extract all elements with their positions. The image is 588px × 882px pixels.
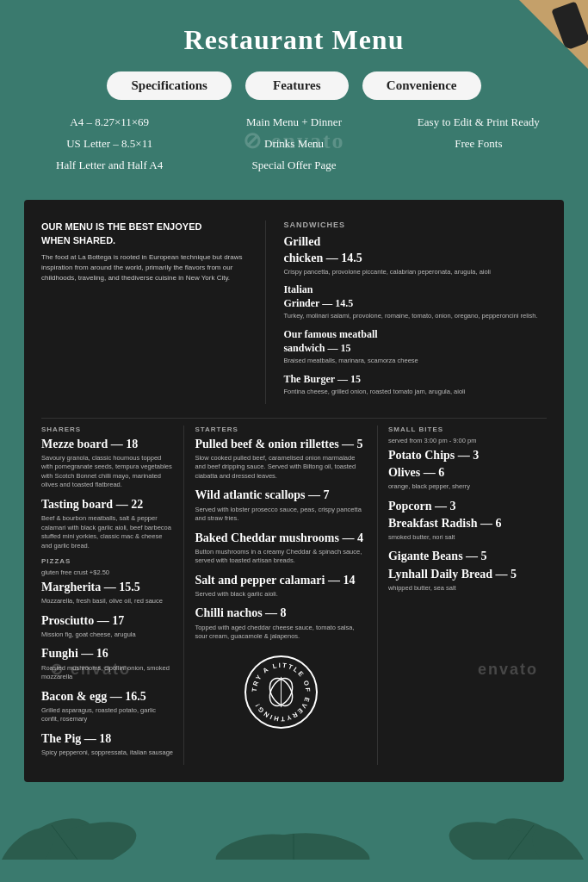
starters-item-2-title: Wild atlantic scallops — 7	[195, 488, 366, 503]
pizzas-label: PIZZAS	[41, 557, 173, 565]
pills-row: Specifications Features Convenience	[0, 71, 588, 100]
menu-card: OUR MENU IS THE BEST ENJOYEDWHEN SHARED.…	[24, 200, 564, 781]
starters-item-4-desc: Served with black garlic aioli.	[195, 590, 366, 599]
spec-2-line3: Special Offer Page	[252, 157, 337, 175]
small-bites-item-6-title: Lynhall Daily Bread — 5	[388, 567, 547, 582]
pizza-item-3-title: Funghi — 16	[41, 646, 173, 662]
sandwich-item-1-title: Grilledchicken — 14.5	[283, 234, 547, 265]
sandwich-item-2-title: ItalianGrinder — 14.5	[283, 283, 547, 310]
sandwich-item-3-title: Our famous meatballsandwich — 15	[283, 328, 547, 355]
spec-2-line1: Main Menu + Dinner	[246, 114, 342, 132]
specs-row: A4 – 8.27×11×69 US Letter – 8.5×11 Half …	[0, 114, 588, 191]
pizza-item-3-desc: Roasted mushrooms, cipollini onion, smok…	[41, 664, 173, 682]
starters-item-4-title: Salt and pepper calamari — 14	[195, 573, 366, 588]
menu-divider-1	[41, 418, 547, 419]
starters-item-5-title: Chilli nachos — 8	[195, 606, 366, 621]
pizza-item-1-title: Margherita — 15.5	[41, 580, 173, 595]
starters-label: STARTERS	[195, 425, 366, 433]
starters-item-3-desc: Button mushrooms in a creamy Cheddar & s…	[195, 548, 366, 566]
menu-header-left: OUR MENU IS THE BEST ENJOYEDWHEN SHARED.…	[41, 220, 251, 403]
menu-header-sandwiches-preview: SANDWICHES Grilledchicken — 14.5 Crispy …	[265, 220, 547, 403]
small-bites-note: served from 3:00 pm - 9:00 pm	[388, 437, 547, 444]
pizza-item-4-title: Bacon & egg — 16.5	[41, 689, 173, 705]
starters-item-1-title: Pulled beef & onion rillettes — 5	[195, 437, 366, 452]
pizza-item-4-desc: Grilled asparagus, roasted potato, garli…	[41, 706, 173, 724]
small-bites-item-1-title: Potato Chips — 3	[388, 448, 547, 463]
pizza-item-2-desc: Mission fig, goat cheese, arugula	[41, 630, 173, 640]
pizza-item-5-title: The Pig — 18	[41, 731, 173, 747]
spec-col-2: Main Menu + Dinner Drinks Menu Special O…	[201, 114, 386, 174]
sandwich-item-4-desc: Fontina cheese, grilled onion, roasted t…	[283, 388, 547, 397]
menu-header: OUR MENU IS THE BEST ENJOYEDWHEN SHARED.…	[41, 220, 547, 403]
sandwich-item-3-desc: Braised meatballs, marinara, scamorza ch…	[283, 357, 547, 366]
spec-1-line1: A4 – 8.27×11×69	[70, 114, 149, 132]
pizza-item-2-title: Prosciutto — 17	[41, 613, 173, 629]
stamp-circle: TRY A LITTLE OF EVERYTHING!	[244, 655, 318, 729]
menu-columns: SHARERS Mezze board — 18 Savoury granola…	[41, 425, 547, 765]
sandwich-item-2-desc: Turkey, molinari salami, provolone, roma…	[283, 312, 547, 321]
small-bites-item-6-desc: whipped butter, sea salt	[388, 584, 547, 593]
sharers-label: SHARERS	[41, 425, 173, 433]
spec-col-1: A4 – 8.27×11×69 US Letter – 8.5×11 Half …	[17, 114, 201, 174]
pill-features[interactable]: Features	[245, 71, 349, 100]
bottom-botanical-decoration	[0, 773, 588, 860]
botanical-svg	[0, 773, 588, 860]
sandwich-item-4-title: The Burger — 15	[283, 373, 547, 387]
sandwiches-section-label: SANDWICHES	[283, 220, 547, 229]
spec-col-3: Easy to Edit & Print Ready Free Fonts	[387, 114, 571, 174]
starters-item-1-desc: Slow cooked pulled beef, caramelised oni…	[195, 454, 366, 481]
starters-item-3-title: Baked Cheddar mushrooms — 4	[195, 531, 366, 546]
pill-specifications[interactable]: Specifications	[107, 71, 231, 100]
menu-intro: The food at La Bottega is rooted in Euro…	[41, 252, 251, 283]
spec-3-line2: Free Fonts	[455, 135, 502, 153]
menu-col-middle: STARTERS Pulled beef & onion rillettes —…	[183, 425, 366, 765]
small-bites-item-4-desc: smoked butter, nori salt	[388, 533, 547, 543]
spec-1-line3: Half Letter and Half A4	[56, 157, 163, 175]
stamp-container: TRY A LITTLE OF EVERYTHING!	[195, 655, 366, 729]
spec-2-line2: Drinks Menu	[264, 135, 324, 153]
starters-item-5-desc: Topped with aged cheddar cheese sauce, t…	[195, 624, 366, 642]
sharers-item-1-title: Mezze board — 18	[41, 437, 173, 452]
spec-1-line2: US Letter – 8.5×11	[66, 135, 152, 153]
menu-col-left: SHARERS Mezze board — 18 Savoury granola…	[41, 425, 173, 765]
svg-point-12	[213, 828, 303, 859]
pizza-item-1-desc: Mozzarella, fresh basil, olive oil, red …	[41, 597, 173, 606]
sandwich-item-1-desc: Crispy pancetta, provolone piccante, cal…	[283, 268, 547, 277]
menu-tagline: OUR MENU IS THE BEST ENJOYEDWHEN SHARED.	[41, 220, 251, 247]
small-bites-item-2-desc: orange, black pepper, sherry	[388, 482, 547, 492]
menu-col-right: SMALL BITES served from 3:00 pm - 9:00 p…	[377, 425, 547, 765]
sharers-item-2-desc: Beef & bourbon meatballs, salt & pepper …	[41, 514, 173, 550]
pill-convenience[interactable]: Convenience	[362, 71, 481, 100]
starters-item-2-desc: Served with lobster prosecco sauce, peas…	[195, 506, 366, 524]
pizzas-note: gluten free crust +$2.50	[41, 568, 173, 576]
page-title: Restaurant Menu	[0, 0, 588, 71]
stamp-svg: TRY A LITTLE OF EVERYTHING!	[246, 655, 316, 729]
sharers-item-1-desc: Savoury granola, classic houmous topped …	[41, 454, 173, 490]
page-wrapper: Restaurant Menu Specifications Features …	[0, 0, 588, 882]
sharers-item-2-title: Tasting board — 22	[41, 497, 173, 512]
small-bites-item-2-title: Olives — 6	[388, 465, 547, 481]
spec-3-line1: Easy to Edit & Print Ready	[418, 114, 540, 132]
small-bites-item-5-title: Gigante Beans — 5	[388, 549, 547, 564]
small-bites-label: SMALL BITES	[388, 425, 547, 433]
small-bites-item-4-title: Breakfast Radish — 6	[388, 516, 547, 531]
pizza-item-5-desc: Spicy pepperoni, soppressata, italian sa…	[41, 748, 173, 758]
small-bites-item-3-title: Popcorn — 3	[388, 499, 547, 514]
